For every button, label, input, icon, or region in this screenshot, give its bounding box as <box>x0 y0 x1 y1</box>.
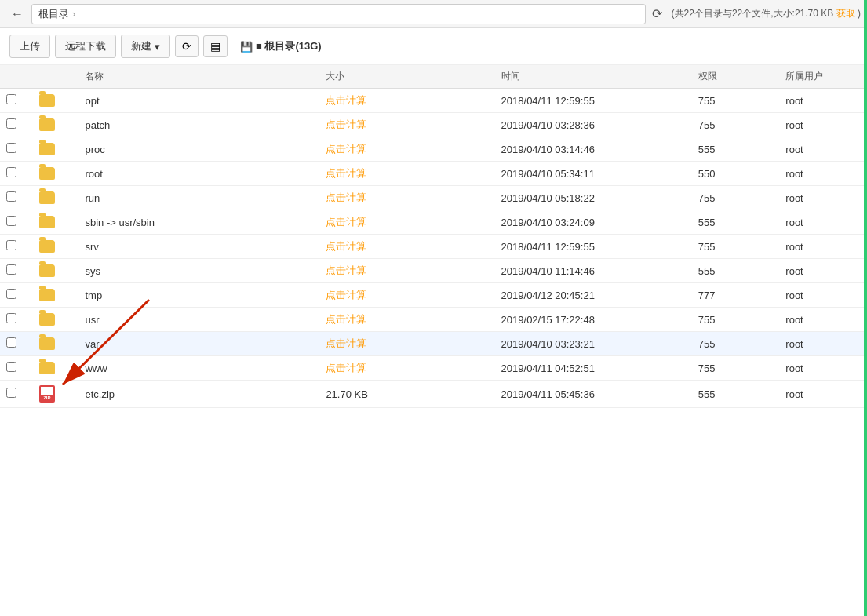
calculate-size-link[interactable]: 点击计算 <box>326 216 366 228</box>
table-row[interactable]: patch点击计算2019/04/10 03:28:36755root <box>0 113 867 137</box>
calculate-size-link[interactable]: 点击计算 <box>326 264 366 276</box>
row-checkbox[interactable] <box>6 289 16 299</box>
calculate-size-link[interactable]: 点击计算 <box>326 240 366 252</box>
row-checkbox[interactable] <box>6 388 16 398</box>
table-row[interactable]: tmp点击计算2019/04/12 20:45:21777root <box>0 283 867 308</box>
file-name[interactable]: tmp <box>85 290 102 301</box>
table-row[interactable]: root点击计算2019/04/10 05:34:11550root <box>0 162 867 186</box>
remote-download-button[interactable]: 远程下载 <box>55 35 116 58</box>
nav-refresh-button[interactable]: ⟳ <box>652 6 662 21</box>
file-permissions: 755 <box>692 186 780 210</box>
file-name[interactable]: patch <box>85 119 110 131</box>
folder-icon <box>39 143 55 155</box>
calculate-size-link[interactable]: 点击计算 <box>326 191 366 203</box>
file-permissions: 755 <box>692 113 780 137</box>
file-owner: root <box>779 162 867 186</box>
row-checkbox[interactable] <box>6 337 16 348</box>
calculate-size-link[interactable]: 点击计算 <box>326 313 366 325</box>
calculate-size-link[interactable]: 点击计算 <box>326 118 366 130</box>
row-checkbox[interactable] <box>6 191 16 202</box>
upload-button[interactable]: 上传 <box>9 35 50 58</box>
file-date: 2019/04/10 03:28:36 <box>495 113 692 137</box>
new-button[interactable]: 新建 ▾ <box>121 35 170 58</box>
file-name[interactable]: run <box>85 192 100 204</box>
calculate-size-link[interactable]: 点击计算 <box>326 94 366 106</box>
folder-icon <box>39 167 55 180</box>
file-name[interactable]: var <box>85 338 99 350</box>
row-checkbox[interactable] <box>6 362 16 372</box>
row-checkbox[interactable] <box>6 167 16 177</box>
file-date: 2019/04/10 11:14:46 <box>495 259 692 283</box>
nav-info: (共22个目录与22个文件,大小:21.70 KB 获取 ) <box>672 7 861 20</box>
file-name[interactable]: sys <box>85 265 100 277</box>
file-permissions: 555 <box>692 210 780 235</box>
file-name[interactable]: www <box>85 363 107 374</box>
table-row[interactable]: www点击计算2019/04/11 04:52:51755root <box>0 356 867 381</box>
back-button[interactable]: ← <box>6 5 28 23</box>
file-date: 2019/04/10 03:23:21 <box>495 332 692 356</box>
table-row[interactable]: run点击计算2019/04/10 05:18:22755root <box>0 186 867 210</box>
file-name[interactable]: sbin -> usr/sbin <box>85 217 155 228</box>
file-owner: root <box>779 89 867 113</box>
table-row[interactable]: proc点击计算2019/04/10 03:14:46555root <box>0 137 867 162</box>
calculate-size-link[interactable]: 点击计算 <box>326 289 366 301</box>
refresh-button[interactable]: ⟳ <box>175 35 199 57</box>
nav-info-link[interactable]: 获取 <box>836 8 855 19</box>
row-checkbox[interactable] <box>6 264 16 275</box>
file-owner: root <box>779 308 867 332</box>
folder-icon <box>39 240 55 253</box>
view-toggle-button[interactable]: ▤ <box>203 35 228 57</box>
row-checkbox[interactable] <box>6 240 16 250</box>
folder-icon <box>39 94 55 107</box>
calculate-size-link[interactable]: 点击计算 <box>326 167 366 179</box>
row-checkbox[interactable] <box>6 94 16 104</box>
calculate-size-link[interactable]: 点击计算 <box>326 337 366 349</box>
table-row[interactable]: usr点击计算2019/02/15 17:22:48755root <box>0 308 867 332</box>
calculate-size-link[interactable]: 点击计算 <box>326 143 366 155</box>
file-owner: root <box>779 186 867 210</box>
row-checkbox[interactable] <box>6 118 16 129</box>
nav-path-text: 根目录 <box>38 7 69 21</box>
file-date: 2019/04/12 20:45:21 <box>495 283 692 308</box>
nav-path-sep: › <box>72 8 75 20</box>
file-name[interactable]: proc <box>85 144 104 155</box>
table-row[interactable]: sbin -> usr/sbin点击计算2019/04/10 03:24:095… <box>0 210 867 235</box>
table-row[interactable]: sys点击计算2019/04/10 11:14:46555root <box>0 259 867 283</box>
table-row[interactable]: opt点击计算2018/04/11 12:59:55755root <box>0 89 867 113</box>
file-date: 2019/04/11 04:52:51 <box>495 356 692 381</box>
calculate-size-link[interactable]: 点击计算 <box>326 362 366 374</box>
folder-icon <box>39 264 55 277</box>
header-owner: 所属用户 <box>779 65 867 89</box>
file-permissions: 755 <box>692 235 780 259</box>
header-icon <box>33 65 79 89</box>
file-owner: root <box>779 137 867 162</box>
table-row[interactable]: var点击计算2019/04/10 03:23:21755root <box>0 332 867 356</box>
nav-info-text: (共22个目录与22个文件,大小:21.70 KB <box>672 8 834 19</box>
header-perm: 权限 <box>692 65 780 89</box>
file-owner: root <box>779 332 867 356</box>
file-permissions: 755 <box>692 89 780 113</box>
row-checkbox[interactable] <box>6 216 16 226</box>
file-permissions: 555 <box>692 259 780 283</box>
file-name[interactable]: root <box>85 168 102 180</box>
file-permissions: 555 <box>692 381 780 408</box>
row-checkbox[interactable] <box>6 143 16 153</box>
dropdown-arrow-icon: ▾ <box>155 41 160 53</box>
file-name[interactable]: etc.zip <box>85 388 115 400</box>
header-check <box>0 65 33 89</box>
table-row[interactable]: ZIPetc.zip21.70 KB2019/04/11 05:45:36555… <box>0 381 867 408</box>
header-size: 大小 <box>319 65 494 89</box>
file-date: 2019/04/10 03:14:46 <box>495 137 692 162</box>
file-permissions: 755 <box>692 308 780 332</box>
file-name[interactable]: srv <box>85 241 98 253</box>
table-row[interactable]: srv点击计算2018/04/11 12:59:55755root <box>0 235 867 259</box>
row-checkbox[interactable] <box>6 313 16 323</box>
file-permissions: 555 <box>692 137 780 162</box>
folder-icon <box>39 191 55 204</box>
zip-icon: ZIP <box>39 385 55 403</box>
nav-path: 根目录 › <box>31 4 646 24</box>
file-name[interactable]: usr <box>85 314 99 326</box>
file-size-text: 21.70 KB <box>326 388 368 400</box>
file-name[interactable]: opt <box>85 95 99 107</box>
file-table: 名称 大小 时间 权限 所属用户 opt点击计算2018/04/11 12:59… <box>0 65 867 408</box>
